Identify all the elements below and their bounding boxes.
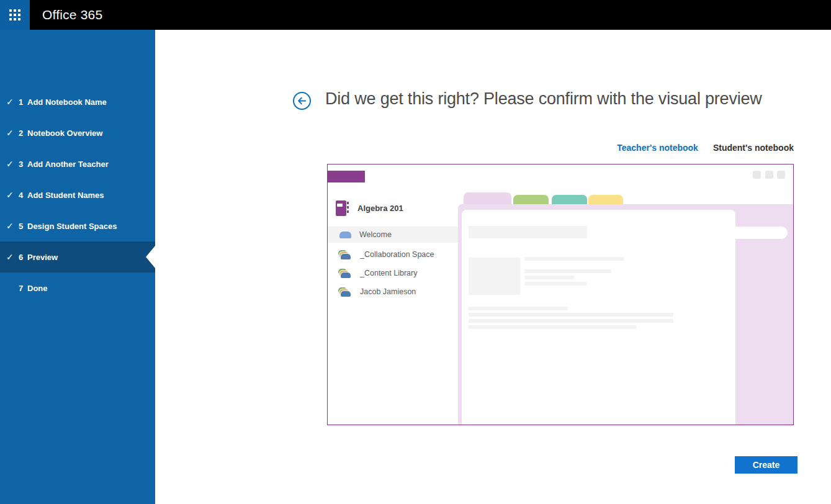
notebook-icon — [336, 200, 346, 216]
step-label: Design Student Spaces — [27, 222, 117, 231]
section-icon — [339, 232, 351, 238]
back-button[interactable] — [293, 92, 311, 110]
placeholder-text-line — [524, 269, 611, 273]
app-launcher-icon — [9, 9, 20, 20]
step-label: Add Student Names — [27, 191, 104, 200]
placeholder-text-line — [469, 325, 636, 329]
check-icon: ✓ — [6, 252, 19, 262]
section-group-icon — [338, 269, 352, 278]
wizard-sidebar: ✓ 1 Add Notebook Name ✓ 2 Notebook Overv… — [0, 30, 155, 504]
section-group-icon — [338, 250, 352, 259]
check-icon: ✓ — [6, 128, 19, 138]
placeholder-text-line — [469, 313, 673, 317]
step-add-student-names[interactable]: ✓ 4 Add Student Names — [0, 179, 155, 210]
section-label: _Collaboration Space — [360, 250, 434, 259]
tab-students-notebook[interactable]: Student's notebook — [713, 143, 794, 153]
mock-page-list-item — [735, 227, 788, 239]
suite-bar: Office 365 — [0, 0, 831, 30]
step-label: Notebook Overview — [27, 128, 102, 138]
section-group-icon — [338, 287, 352, 297]
step-preview[interactable]: ✓ 6 Preview — [0, 241, 155, 272]
page: Office 365 ✓ 1 Add Notebook Name ✓ 2 Not… — [0, 0, 831, 504]
step-number: 3 — [19, 160, 27, 169]
section-label: _Content Library — [360, 269, 417, 277]
notebook-name: Algebra 201 — [357, 204, 403, 213]
window-control-icon — [753, 171, 761, 179]
wizard-step-list: ✓ 1 Add Notebook Name ✓ 2 Notebook Overv… — [0, 86, 155, 304]
step-add-another-teacher[interactable]: ✓ 3 Add Another Teacher — [0, 148, 155, 179]
mock-section-tab-active — [464, 192, 511, 204]
step-label: Done — [27, 284, 48, 293]
step-done[interactable]: 7 Done — [0, 272, 155, 304]
section-label: Welcome — [359, 230, 392, 239]
placeholder-text-line — [469, 307, 568, 310]
check-icon: ✓ — [6, 159, 19, 169]
step-number: 5 — [19, 222, 27, 231]
placeholder-page-title — [469, 226, 587, 238]
preview-tab-bar: Teacher's notebook Student's notebook — [327, 143, 794, 153]
page-title: Did we get this right? Please confirm wi… — [325, 89, 797, 109]
window-control-icon — [765, 171, 773, 179]
mock-page — [462, 210, 735, 425]
step-number: 2 — [19, 128, 27, 138]
step-design-student-spaces[interactable]: ✓ 5 Design Student Spaces — [0, 210, 155, 241]
window-control-icon — [777, 171, 785, 179]
create-button[interactable]: Create — [735, 456, 797, 474]
placeholder-text-line — [524, 282, 586, 286]
step-number: 1 — [19, 97, 27, 107]
step-number: 6 — [19, 253, 27, 262]
check-icon: ✓ — [6, 190, 19, 200]
check-icon: ✓ — [6, 97, 19, 107]
step-notebook-overview[interactable]: ✓ 2 Notebook Overview — [0, 117, 155, 148]
app-launcher-button[interactable] — [0, 0, 30, 30]
step-add-notebook-name[interactable]: ✓ 1 Add Notebook Name — [0, 86, 155, 117]
mock-section-tab-green — [513, 195, 549, 204]
check-icon: ✓ — [6, 221, 19, 231]
section-row-jacob-jamieson: Jacob Jamieson — [328, 284, 458, 300]
section-label: Jacob Jamieson — [360, 287, 416, 296]
active-step-notch — [146, 246, 155, 268]
tab-teachers-notebook[interactable]: Teacher's notebook — [617, 143, 698, 153]
step-label: Preview — [27, 253, 58, 262]
step-label: Add Notebook Name — [27, 97, 107, 107]
section-row-collaboration-space: _Collaboration Space — [328, 246, 458, 263]
notebook-preview-panel: Algebra 201 Welcome _Collaboration Space… — [327, 164, 794, 425]
step-number: 4 — [19, 191, 27, 200]
placeholder-text-line — [524, 257, 624, 261]
back-arrow-icon — [297, 96, 307, 106]
notebook-header: Algebra 201 — [336, 200, 403, 216]
onenote-brand-block — [328, 171, 365, 182]
step-number: 7 — [19, 284, 27, 293]
section-row-welcome: Welcome — [328, 227, 458, 243]
placeholder-text-line — [469, 319, 673, 323]
suite-title: Office 365 — [42, 0, 102, 30]
placeholder-text-line — [524, 276, 574, 279]
placeholder-image — [469, 258, 520, 295]
step-label: Add Another Teacher — [27, 160, 109, 169]
mock-section-tab-teal — [552, 195, 587, 204]
section-row-content-library: _Content Library — [328, 265, 458, 281]
mock-section-tab-yellow — [588, 195, 623, 204]
